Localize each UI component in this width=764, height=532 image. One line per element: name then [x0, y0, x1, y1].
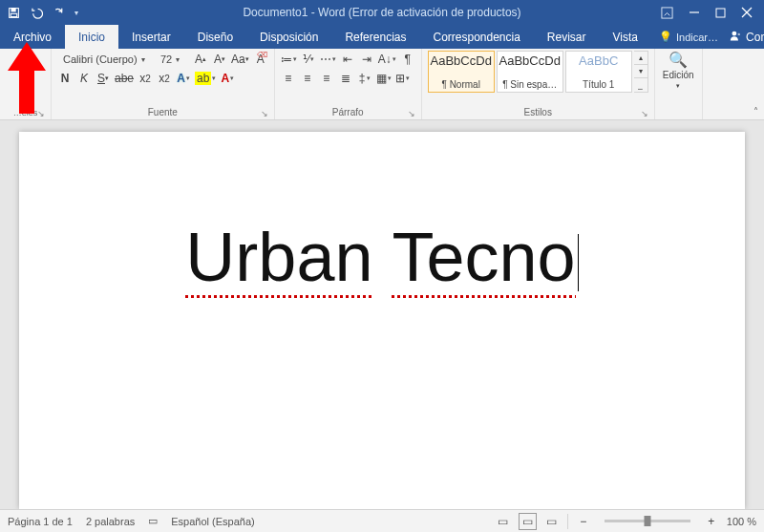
undo-icon[interactable]: [30, 7, 43, 19]
minimize-icon[interactable]: [689, 7, 700, 18]
share-button[interactable]: Compartir: [718, 25, 764, 49]
ribbon-tabs: Archivo Inicio Insertar Diseño Disposici…: [0, 25, 764, 49]
multilevel-button[interactable]: ⋯: [320, 51, 336, 68]
zoom-level[interactable]: 100 %: [727, 516, 756, 527]
tab-vista[interactable]: Vista: [600, 25, 651, 49]
show-marks-button[interactable]: ¶: [400, 51, 415, 68]
grow-font-button[interactable]: A▴: [193, 51, 208, 68]
italic-button[interactable]: K: [76, 70, 92, 87]
tab-disposicion[interactable]: Disposición: [246, 25, 331, 49]
tab-revisar[interactable]: Revisar: [534, 25, 600, 49]
paragraph-launcher-icon[interactable]: ↘: [408, 109, 415, 118]
styles-scroll[interactable]: ▴ ▾ ⎯: [634, 51, 648, 93]
decrease-indent-button[interactable]: ⇤: [340, 51, 355, 68]
clear-format-button[interactable]: A⌫: [253, 51, 268, 68]
justify-button[interactable]: ≣: [338, 70, 353, 87]
close-icon[interactable]: [741, 7, 753, 18]
tab-insertar[interactable]: Insertar: [118, 25, 184, 49]
shading-button[interactable]: ▦: [376, 70, 392, 87]
zoom-thumb[interactable]: [644, 516, 650, 526]
share-icon: [730, 30, 742, 45]
tab-diseno[interactable]: Diseño: [184, 25, 246, 49]
bold-button[interactable]: N: [57, 70, 73, 87]
svg-point-9: [738, 32, 740, 34]
align-center-button[interactable]: ≡: [300, 70, 315, 87]
text-effects-button[interactable]: A: [176, 70, 191, 87]
text-cursor: [578, 234, 579, 291]
find-button[interactable]: 🔍: [668, 51, 688, 68]
borders-button[interactable]: ⊞: [395, 70, 411, 87]
bullets-button[interactable]: ≔: [281, 51, 297, 68]
change-case-button[interactable]: Aa▾: [231, 51, 249, 68]
qat-customize-icon[interactable]: ▾: [74, 9, 78, 17]
web-layout-button[interactable]: ▭: [544, 513, 560, 530]
style-titulo1[interactable]: AaBbC Título 1: [565, 51, 632, 93]
strike-button[interactable]: abe: [115, 70, 134, 87]
sep: [567, 514, 568, 529]
font-launcher-icon[interactable]: ↘: [261, 109, 268, 118]
editing-dropdown-icon[interactable]: ▾: [676, 82, 680, 90]
superscript-button[interactable]: x2: [157, 70, 172, 87]
line-spacing-button[interactable]: ‡: [357, 70, 372, 87]
underline-button[interactable]: S▾: [96, 70, 111, 87]
sort-button[interactable]: A↓: [378, 51, 396, 68]
quick-access-toolbar: ▾: [0, 7, 86, 19]
zoom-slider[interactable]: [605, 520, 690, 522]
shrink-font-button[interactable]: A▾: [212, 51, 227, 68]
group-label-font: Fuente↘: [57, 106, 268, 119]
group-label-styles: Estilos↘: [428, 106, 648, 119]
highlight-button[interactable]: ab: [195, 70, 216, 87]
numbering-button[interactable]: ⅟: [301, 51, 316, 68]
page[interactable]: Urban Tecno: [19, 132, 745, 509]
status-language[interactable]: Español (España): [171, 516, 254, 527]
status-bar: Página 1 de 1 2 palabras ▭ Español (Espa…: [0, 509, 764, 532]
styles-more-icon[interactable]: ⎯: [634, 78, 647, 92]
title-bar: ▾ Documento1 - Word (Error de activación…: [0, 0, 764, 25]
svg-rect-2: [11, 13, 17, 16]
zoom-out-button[interactable]: −: [576, 513, 591, 530]
read-mode-button[interactable]: ▭: [496, 513, 511, 530]
print-layout-button[interactable]: ▭: [519, 513, 537, 530]
style-name: Título 1: [583, 79, 614, 90]
font-name-value: Calibri (Cuerpo): [63, 53, 138, 65]
save-icon[interactable]: [8, 7, 20, 19]
styles-down-icon[interactable]: ▾: [634, 65, 647, 78]
ribbon-options-icon[interactable]: [661, 7, 673, 19]
styles-up-icon[interactable]: ▴: [634, 52, 647, 65]
zoom-in-button[interactable]: +: [704, 513, 719, 530]
font-name-combo[interactable]: Calibri (Cuerpo)▾: [57, 53, 151, 65]
tell-me[interactable]: 💡 Indicar…: [659, 25, 718, 49]
status-page[interactable]: Página 1 de 1: [8, 516, 73, 527]
status-proofing[interactable]: ▭: [148, 515, 158, 527]
tab-correspondencia[interactable]: Correspondencia: [419, 25, 533, 49]
style-normal[interactable]: AaBbCcDd ¶ Normal: [428, 51, 495, 93]
style-sample: AaBbCcDd: [431, 53, 492, 68]
style-name: ¶ Normal: [442, 79, 480, 90]
tell-me-label: Indicar…: [676, 32, 718, 43]
document-text[interactable]: Urban Tecno: [185, 218, 578, 296]
tab-inicio[interactable]: Inicio: [65, 25, 118, 49]
subscript-button[interactable]: x2: [138, 70, 153, 87]
group-label-paragraph: Párrafo↘: [281, 106, 415, 119]
style-name: ¶ Sin espa…: [502, 79, 557, 90]
style-sin-espaciado[interactable]: AaBbCcDd ¶ Sin espa…: [497, 51, 563, 93]
group-editing: 🔍 Edición ▾: [655, 49, 703, 119]
align-right-button[interactable]: ≡: [319, 70, 334, 87]
share-label: Compartir: [746, 31, 764, 44]
redo-icon[interactable]: [53, 7, 65, 19]
maximize-icon[interactable]: [715, 8, 726, 18]
lightbulb-icon: 💡: [659, 31, 672, 43]
svg-point-8: [732, 31, 736, 35]
collapse-ribbon-icon[interactable]: ˄: [753, 106, 758, 117]
increase-indent-button[interactable]: ⇥: [359, 51, 374, 68]
font-color-button[interactable]: A: [220, 70, 235, 87]
styles-launcher-icon[interactable]: ↘: [641, 109, 648, 118]
editing-label: Edición: [663, 70, 694, 80]
font-size-combo[interactable]: 72▾: [155, 53, 189, 65]
group-styles: AaBbCcDd ¶ Normal AaBbCcDd ¶ Sin espa… A…: [422, 49, 655, 119]
status-words[interactable]: 2 palabras: [86, 516, 135, 527]
tab-referencias[interactable]: Referencias: [331, 25, 419, 49]
align-left-button[interactable]: ≡: [281, 70, 296, 87]
annotation-arrow: [8, 42, 46, 114]
proofing-icon: ▭: [148, 515, 158, 527]
